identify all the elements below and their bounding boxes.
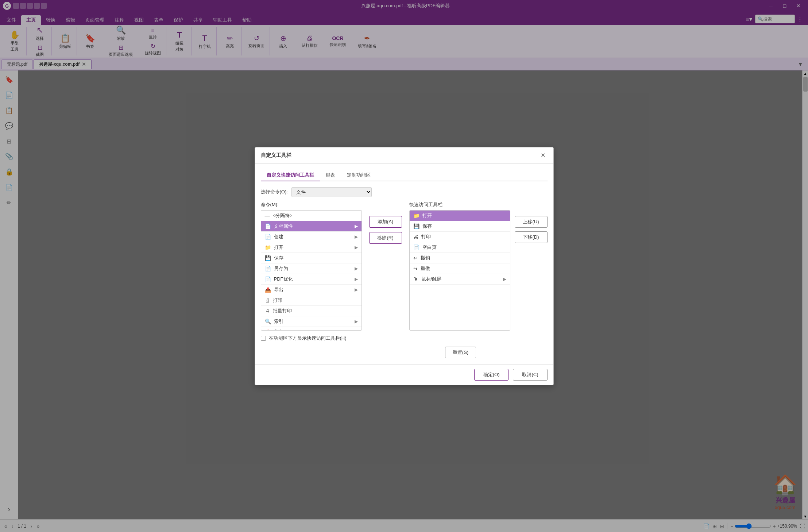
toolbar-item-print[interactable]: 🖨 打印 [410, 232, 510, 242]
toolbar-redo-icon: ↪ [413, 266, 418, 271]
dialog-titlebar: 自定义工具栏 ✕ [255, 147, 553, 164]
dialog-overlay: 自定义工具栏 ✕ 自定义快速访问工具栏 键盘 定制功能区 选择命令(O): [18, 70, 802, 519]
toolbar-item-redo[interactable]: ↪ 重做 [410, 263, 510, 274]
select-cmd-label: 选择命令(O): [261, 189, 288, 195]
remove-button[interactable]: 移除(R) [369, 232, 402, 244]
content-area: 自定义工具栏 ✕ 自定义快速访问工具栏 键盘 定制功能区 选择命令(O): [18, 70, 802, 519]
cmd-item-save[interactable]: 💾 保存 [261, 253, 362, 263]
toolbar-save-icon: 💾 [413, 223, 420, 229]
dialog-tab-quick-access[interactable]: 自定义快速访问工具栏 [261, 170, 320, 181]
middle-buttons: 添加(A) 移除(R) [366, 201, 405, 258]
select-command-row: 选择命令(O): 文件 主页 转换 编辑 [261, 187, 548, 197]
save-as-icon: 📄 [265, 266, 271, 271]
toolbar-item-blank-page[interactable]: 📄 空白页 [410, 242, 510, 253]
reset-button[interactable]: 重置(S) [445, 347, 476, 358]
dialog-footer: 确定(O) 取消(C) [255, 364, 553, 385]
dialog-title: 自定义工具栏 [261, 152, 539, 159]
export-icon: 📤 [265, 287, 271, 293]
toolbar-items-label: 快速访问工具栏: [409, 201, 510, 208]
save-icon: 💾 [265, 255, 271, 261]
index-icon: 🔍 [265, 319, 271, 324]
cmd-arrow: ▶ [355, 224, 358, 229]
toolbar-item-save[interactable]: 💾 保存 [410, 221, 510, 232]
move-up-button[interactable]: 上移(U) [515, 216, 548, 228]
cmd-item-index[interactable]: 🔍 索引 ▶ [261, 316, 362, 327]
cmd-arrow-5: ▶ [355, 266, 358, 271]
toolbar-mouse-arrow: ▶ [503, 277, 506, 282]
checkbox-row: 在功能区下方显示快速访问工具栏(H) [261, 335, 548, 342]
commands-panel-label: 命令(M): [261, 201, 362, 208]
toolbar-print-icon: 🖨 [413, 234, 418, 240]
batch-print-icon: 🖨 [265, 308, 270, 314]
cancel-button[interactable]: 取消(C) [513, 369, 547, 381]
dialog-tab-keyboard[interactable]: 键盘 [320, 170, 341, 181]
share-icon: 📤 [265, 329, 271, 330]
dialog-close-button[interactable]: ✕ [539, 151, 548, 160]
cmd-arrow-6: ▶ [355, 277, 358, 282]
cmd-item-create[interactable]: 📄 创建 ▶ [261, 232, 362, 242]
customize-toolbar-dialog: 自定义工具栏 ✕ 自定义快速访问工具栏 键盘 定制功能区 选择命令(O): [255, 147, 554, 385]
create-icon: 📄 [265, 234, 271, 240]
panel-row: 命令(M): — <分隔符> 📄 文档属性 [261, 201, 548, 331]
open-folder-icon: 📁 [265, 244, 271, 250]
dialog-body: 自定义快速访问工具栏 键盘 定制功能区 选择命令(O): 文件 主页 转换 编辑 [255, 164, 553, 364]
commands-list-container: — <分隔符> 📄 文档属性 ▶ 📄 [261, 210, 362, 331]
show-below-ribbon-checkbox[interactable] [261, 336, 266, 341]
toolbar-item-mouse[interactable]: 🖱 鼠标/触屏 ▶ [410, 274, 510, 285]
doc-props-icon: 📄 [265, 223, 271, 229]
move-buttons: 上移(U) 下移(D) [515, 201, 548, 258]
cmd-item-save-as[interactable]: 📄 另存为 ▶ [261, 263, 362, 274]
ok-button[interactable]: 确定(O) [474, 369, 509, 381]
cmd-item-export[interactable]: 📤 导出 ▶ [261, 285, 362, 295]
toolbar-items-panel: 快速访问工具栏: 📁 打开 💾 保存 [409, 201, 510, 331]
select-cmd-dropdown[interactable]: 文件 主页 转换 编辑 [291, 187, 372, 197]
cmd-arrow-10: ▶ [355, 319, 358, 324]
print-icon: 🖨 [265, 297, 270, 303]
dialog-tabs: 自定义快速访问工具栏 键盘 定制功能区 [261, 170, 548, 181]
cmd-arrow-11: ▶ [355, 329, 358, 330]
cmd-item-share[interactable]: 📤 共享 ▶ [261, 327, 362, 330]
cmd-item-pdf-optimize[interactable]: 📄 PDF优化 ▶ [261, 274, 362, 285]
pdf-opt-icon: 📄 [265, 276, 271, 282]
toolbar-items-list[interactable]: 📁 打开 💾 保存 🖨 打印 [409, 210, 510, 331]
cmd-item-doc-props[interactable]: 📄 文档属性 ▶ [261, 221, 362, 232]
commands-list[interactable]: — <分隔符> 📄 文档属性 ▶ 📄 [261, 211, 362, 330]
toolbar-open-icon: 📁 [413, 213, 420, 219]
show-below-ribbon-label: 在功能区下方显示快速访问工具栏(H) [269, 335, 347, 342]
cmd-arrow-2: ▶ [355, 234, 358, 239]
toolbar-blank-icon: 📄 [413, 244, 420, 250]
cmd-arrow-3: ▶ [355, 245, 358, 250]
toolbar-mouse-icon: 🖱 [413, 276, 418, 282]
move-down-button[interactable]: 下移(D) [515, 231, 548, 243]
separator-icon: — [265, 213, 270, 219]
dialog-tab-ribbon[interactable]: 定制功能区 [341, 170, 376, 181]
cmd-item-open[interactable]: 📁 打开 ▶ [261, 242, 362, 253]
toolbar-undo-icon: ↩ [413, 255, 418, 261]
commands-panel: 命令(M): — <分隔符> 📄 文档属性 [261, 201, 362, 331]
cmd-item-separator[interactable]: — <分隔符> [261, 211, 362, 221]
toolbar-item-open[interactable]: 📁 打开 [410, 211, 510, 221]
cmd-item-batch-print[interactable]: 🖨 批量打印 [261, 306, 362, 316]
add-button[interactable]: 添加(A) [369, 216, 402, 228]
cmd-arrow-7: ▶ [355, 287, 358, 292]
cmd-item-print[interactable]: 🖨 打印 [261, 295, 362, 306]
toolbar-item-undo[interactable]: ↩ 撤销 [410, 253, 510, 263]
main-area: 🔖 📄 📋 💬 ⊟ 📎 🔒 📄 ✏ › 自定义工具栏 ✕ [0, 70, 808, 519]
